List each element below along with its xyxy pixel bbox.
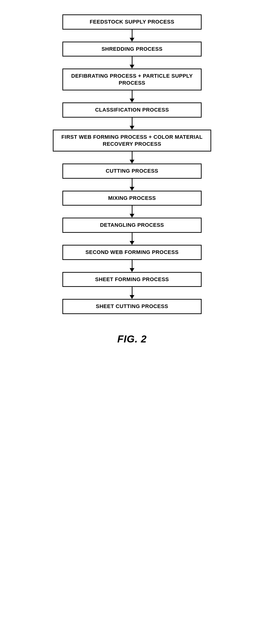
arrow-head <box>130 98 134 102</box>
process-box-defibrating: DEFIBRATING PROCESS + PARTICLE SUPPLY PR… <box>62 68 202 90</box>
arrow-7 <box>130 233 134 245</box>
arrow-head <box>130 241 134 245</box>
arrow-5 <box>130 179 134 191</box>
figure-label: FIG. 2 <box>117 333 147 345</box>
arrow-3 <box>130 118 134 130</box>
arrow-8 <box>130 260 134 272</box>
process-box-first-web: FIRST WEB FORMING PROCESS + COLOR MATERI… <box>53 130 211 152</box>
arrow-line <box>132 179 132 187</box>
arrow-head <box>130 65 134 68</box>
process-box-classification: CLASSIFICATION PROCESS <box>62 102 202 118</box>
arrow-head <box>130 295 134 299</box>
process-box-detangling: DETANGLING PROCESS <box>62 218 202 233</box>
arrow-line <box>132 260 132 268</box>
arrow-head <box>130 187 134 191</box>
arrow-line <box>132 206 132 214</box>
arrow-4 <box>130 152 134 164</box>
process-box-cutting: CUTTING PROCESS <box>62 164 202 179</box>
process-box-sheet-cutting: SHEET CUTTING PROCESS <box>62 299 202 314</box>
arrow-head <box>130 126 134 130</box>
arrow-2 <box>130 90 134 102</box>
arrow-line <box>132 56 132 65</box>
process-box-feedstock: FEEDSTOCK SUPPLY PROCESS <box>62 14 202 30</box>
process-box-second-web: SECOND WEB FORMING PROCESS <box>62 245 202 260</box>
arrow-9 <box>130 287 134 299</box>
arrow-6 <box>130 206 134 218</box>
arrow-head <box>130 214 134 218</box>
arrow-line <box>132 90 132 98</box>
flowchart-diagram: FEEDSTOCK SUPPLY PROCESSSHREDDING PROCES… <box>48 14 216 314</box>
arrow-line <box>132 233 132 241</box>
process-box-sheet-forming: SHEET FORMING PROCESS <box>62 272 202 287</box>
process-box-mixing: MIXING PROCESS <box>62 191 202 206</box>
arrow-head <box>130 268 134 272</box>
arrow-head <box>130 160 134 164</box>
arrow-line <box>132 152 132 160</box>
arrow-1 <box>130 56 134 68</box>
arrow-0 <box>130 30 134 42</box>
arrow-line <box>132 118 132 126</box>
arrow-line <box>132 287 132 295</box>
process-box-shredding: SHREDDING PROCESS <box>62 42 202 57</box>
arrow-line <box>132 30 132 38</box>
arrow-head <box>130 38 134 42</box>
